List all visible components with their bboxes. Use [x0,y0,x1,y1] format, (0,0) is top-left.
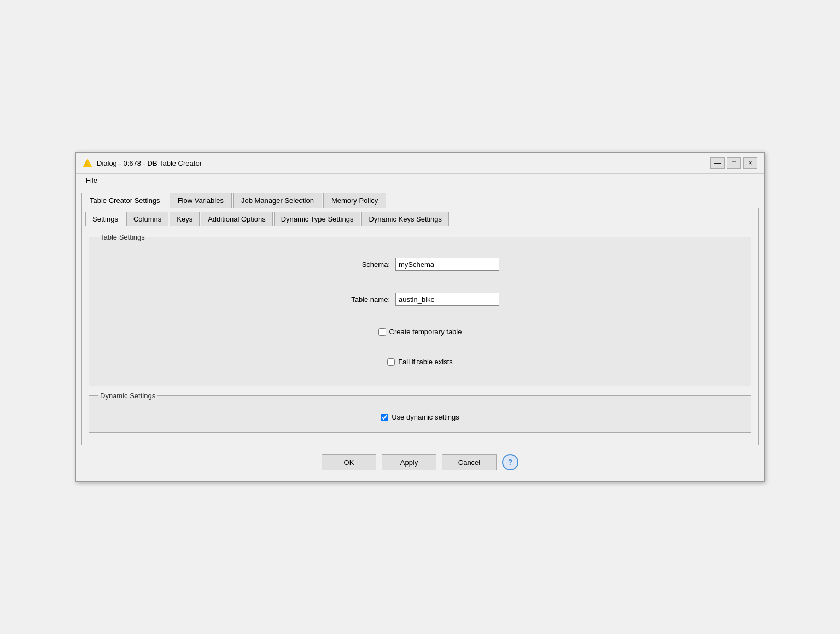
outer-tab-table-creator-settings[interactable]: Table Creator Settings [81,193,168,208]
fail-if-exists-label: Fail if table exists [398,358,453,366]
use-dynamic-row: Use dynamic settings [381,413,459,421]
tab-content: Settings Columns Keys Additional Options… [81,208,759,445]
table-settings-form-area: Schema: Table name: Create temporary tab… [98,247,742,377]
inner-tab-dynamic-keys-settings[interactable]: Dynamic Keys Settings [361,212,449,226]
inner-content: Table Settings Schema: Table name: [82,226,758,445]
window-body: Table Creator Settings Flow Variables Jo… [76,187,764,481]
outer-tab-flow-variables[interactable]: Flow Variables [170,193,232,208]
help-button[interactable]: ? [502,454,518,470]
schema-input[interactable] [395,258,499,271]
title-controls: — □ × [710,157,757,169]
file-menu[interactable]: File [83,175,101,185]
menu-bar: File [76,174,764,187]
create-temp-label: Create temporary table [389,328,462,336]
schema-row: Schema: [341,258,499,271]
create-temp-checkbox[interactable] [378,328,386,336]
button-bar: OK Apply Cancel ? [81,445,759,476]
inner-tab-settings[interactable]: Settings [85,212,125,226]
use-dynamic-label: Use dynamic settings [392,413,459,421]
minimize-button[interactable]: — [710,157,725,169]
table-name-label: Table name: [341,295,390,304]
use-dynamic-checkbox[interactable] [381,414,388,421]
create-temp-row: Create temporary table [378,328,462,336]
maximize-button[interactable]: □ [727,157,741,169]
inner-tabs: Settings Columns Keys Additional Options… [82,208,758,226]
inner-tab-keys[interactable]: Keys [170,212,200,226]
outer-tab-job-manager[interactable]: Job Manager Selection [233,193,322,208]
apply-button[interactable]: Apply [382,454,436,470]
window-title: Dialog - 0:678 - DB Table Creator [97,159,202,167]
warning-icon [83,159,92,167]
schema-label: Schema: [341,260,390,269]
close-button[interactable]: × [743,157,757,169]
fail-if-exists-row: Fail if table exists [387,358,453,366]
cancel-button[interactable]: Cancel [442,454,497,470]
inner-tab-dynamic-type-settings[interactable]: Dynamic Type Settings [274,212,361,226]
table-settings-legend: Table Settings [98,233,147,241]
title-bar: Dialog - 0:678 - DB Table Creator — □ × [76,153,764,174]
fail-if-exists-checkbox[interactable] [387,358,395,366]
table-name-input[interactable] [395,293,499,306]
main-window: Dialog - 0:678 - DB Table Creator — □ × … [75,152,765,482]
table-settings-group: Table Settings Schema: Table name: [89,233,751,386]
inner-tab-additional-options[interactable]: Additional Options [201,212,273,226]
table-name-row: Table name: [341,293,499,306]
inner-tab-columns[interactable]: Columns [126,212,168,226]
outer-tabs: Table Creator Settings Flow Variables Jo… [81,193,759,208]
dynamic-settings-group: Dynamic Settings Use dynamic settings [89,392,751,433]
title-bar-left: Dialog - 0:678 - DB Table Creator [83,159,202,167]
dynamic-settings-legend: Dynamic Settings [98,392,158,400]
dynamic-settings-area: Use dynamic settings [98,405,742,423]
outer-tab-memory-policy[interactable]: Memory Policy [323,193,386,208]
ok-button[interactable]: OK [322,454,376,470]
